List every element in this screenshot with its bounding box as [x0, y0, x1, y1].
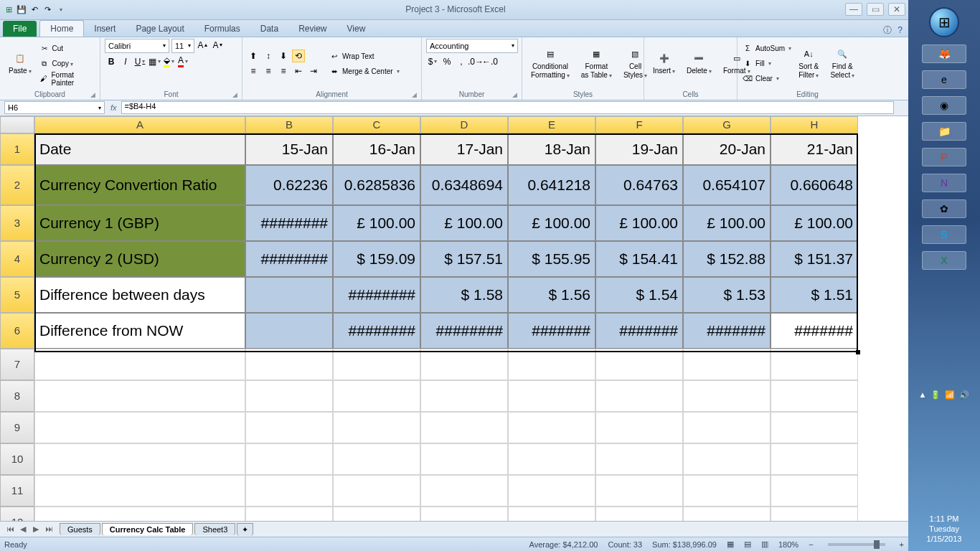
font-dialog-icon[interactable]: ◢ [232, 91, 237, 98]
clear-button[interactable]: ⌫Clear [742, 72, 791, 86]
row-header-1[interactable]: 1 [0, 133, 34, 165]
cell-c5[interactable]: ######## [333, 277, 420, 313]
comma-button[interactable]: , [455, 55, 468, 68]
row-header-4[interactable]: 4 [0, 241, 34, 277]
merge-center-button[interactable]: ⬌Merge & Center [329, 64, 400, 78]
tray-up-icon[interactable]: ▲ [919, 390, 927, 400]
wifi-icon[interactable]: 📶 [945, 390, 955, 400]
help-icon[interactable]: ? [897, 25, 903, 35]
zoom-out-button[interactable]: − [809, 540, 813, 549]
sheet-tab-sheet3[interactable]: Sheet3 [194, 523, 235, 535]
cell-e4[interactable]: $ 155.95 [508, 241, 595, 277]
task-skype[interactable]: S [922, 225, 966, 244]
cell-g1[interactable]: 20-Jan [683, 133, 771, 165]
task-explorer[interactable]: 📁 [922, 122, 966, 141]
cell-e3[interactable]: £ 100.00 [508, 205, 595, 241]
paste-button[interactable]: 📋 Paste [4, 50, 36, 77]
cell-c2[interactable]: 0.6285836 [333, 165, 420, 205]
cell-h2[interactable]: 0.660648 [771, 165, 858, 205]
decrease-decimal-button[interactable]: ←.0 [484, 55, 496, 68]
cell-c1[interactable]: 16-Jan [333, 133, 420, 165]
tab-view[interactable]: View [337, 21, 376, 37]
wrap-text-button[interactable]: ↩Wrap Text [329, 49, 400, 63]
save-icon[interactable]: 💾 [16, 4, 27, 15]
cell-d1[interactable]: 17-Jan [420, 133, 508, 165]
cell-a3[interactable]: Currency 1 (GBP) [34, 205, 245, 241]
cell-a1[interactable]: Date [34, 133, 245, 165]
view-layout-button[interactable]: ▤ [744, 540, 751, 549]
taskbar-clock[interactable]: 1:11 PM Tuesday 1/15/2013 [927, 514, 962, 551]
sheet-nav-first[interactable]: ⏮ [4, 524, 16, 534]
row-header-6[interactable]: 6 [0, 313, 34, 349]
shrink-font-button[interactable]: A▼ [212, 39, 225, 52]
redo-icon[interactable]: ↷ [42, 4, 53, 15]
tab-home[interactable]: Home [39, 20, 84, 37]
row-header-5[interactable]: 5 [0, 277, 34, 313]
restore-button[interactable]: ▭ [867, 3, 884, 16]
increase-decimal-button[interactable]: .0→ [469, 55, 482, 68]
start-button[interactable]: ⊞ [929, 7, 959, 37]
border-button[interactable]: ▦ [148, 55, 161, 68]
qat-customize-icon[interactable] [55, 4, 66, 15]
grow-font-button[interactable]: A▲ [197, 39, 209, 52]
cell-a4[interactable]: Currency 2 (USD) [34, 241, 245, 277]
underline-button[interactable]: U [133, 55, 146, 68]
spreadsheet-grid[interactable]: A B C D E F G H 1 Date 15-Jan 16-Jan 17-… [0, 116, 908, 521]
sort-filter-button[interactable]: A↓Sort & Filter [794, 45, 823, 82]
align-right-button[interactable]: ≡ [277, 65, 290, 77]
cell-h4[interactable]: $ 151.37 [771, 241, 858, 277]
task-onenote[interactable]: N [922, 174, 966, 192]
sheet-tab-guests[interactable]: Guests [60, 523, 100, 535]
cell-g2[interactable]: 0.654107 [683, 165, 771, 205]
cell-e1[interactable]: 18-Jan [508, 133, 595, 165]
view-break-button[interactable]: ▥ [761, 540, 768, 549]
select-all-corner[interactable] [0, 116, 34, 133]
task-ie[interactable]: e [922, 70, 966, 89]
cell-e2[interactable]: 0.641218 [508, 165, 595, 205]
tab-page-layout[interactable]: Page Layout [126, 21, 194, 37]
fx-icon[interactable]: fx [110, 103, 117, 112]
name-box[interactable]: H6▾ [4, 101, 105, 114]
align-middle-button[interactable]: ↕ [262, 50, 275, 62]
conditional-formatting-button[interactable]: ▤Conditional Formatting [527, 45, 574, 82]
col-header-c[interactable]: C [333, 116, 420, 133]
percent-button[interactable]: % [440, 55, 453, 68]
row-header-10[interactable]: 10 [0, 443, 34, 475]
align-top-button[interactable]: ⬆ [247, 50, 260, 62]
col-header-b[interactable]: B [245, 116, 333, 133]
bold-button[interactable]: B [105, 55, 118, 68]
col-header-h[interactable]: H [771, 116, 858, 133]
col-header-g[interactable]: G [683, 116, 771, 133]
cell-f3[interactable]: £ 100.00 [595, 205, 683, 241]
undo-icon[interactable]: ↶ [29, 4, 40, 15]
cell-g5[interactable]: $ 1.53 [683, 277, 771, 313]
tab-file[interactable]: File [3, 21, 37, 37]
zoom-in-button[interactable]: + [900, 540, 904, 549]
cut-button[interactable]: ✂Cut [39, 42, 95, 56]
alignment-dialog-icon[interactable]: ◢ [412, 91, 417, 98]
row-header-3[interactable]: 3 [0, 205, 34, 241]
row-header-8[interactable]: 8 [0, 380, 34, 412]
cell-a5[interactable]: Difference between days [34, 277, 245, 313]
cell-d4[interactable]: $ 157.51 [420, 241, 508, 277]
cell-g6[interactable]: ####### [683, 313, 771, 349]
cell-g4[interactable]: $ 152.88 [683, 241, 771, 277]
tab-insert[interactable]: Insert [84, 21, 126, 37]
cell-d6[interactable]: ######## [420, 313, 508, 349]
align-center-button[interactable]: ≡ [262, 65, 275, 77]
format-painter-button[interactable]: 🖌Format Painter [39, 72, 95, 86]
cell-e5[interactable]: $ 1.56 [508, 277, 595, 313]
fill-color-button[interactable]: ⬙ [162, 55, 175, 68]
cell-h3[interactable]: £ 100.00 [771, 205, 858, 241]
copy-button[interactable]: ⧉Copy [39, 57, 95, 71]
row-header-7[interactable]: 7 [0, 349, 34, 380]
font-name-select[interactable]: Calibri▾ [105, 39, 169, 53]
zoom-slider[interactable] [828, 543, 885, 546]
col-header-a[interactable]: A [34, 116, 245, 133]
cell-e6[interactable]: ####### [508, 313, 595, 349]
clipboard-dialog-icon[interactable]: ◢ [90, 91, 95, 98]
row-header-9[interactable]: 9 [0, 412, 34, 443]
fill-handle[interactable] [856, 350, 860, 354]
format-as-table-button[interactable]: ▦Format as Table [577, 45, 616, 82]
cell-b4[interactable]: ######## [245, 241, 333, 277]
